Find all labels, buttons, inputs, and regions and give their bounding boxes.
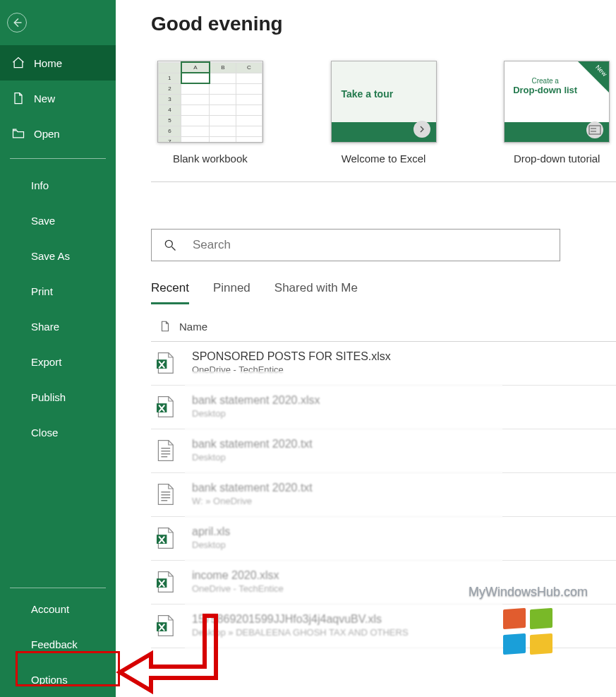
sidebar-item-label: Home — [34, 57, 62, 69]
svg-point-1 — [165, 240, 172, 247]
new-badge: New — [594, 64, 608, 78]
file-new-icon — [11, 91, 25, 105]
menu-item-save[interactable]: Save — [0, 203, 116, 238]
file-name: bank statement 2020.txt — [192, 482, 313, 494]
file-row[interactable]: bank statement 2020.xlsx Desktop — [151, 386, 616, 429]
menu-label: Print — [31, 285, 53, 297]
svg-rect-0 — [589, 126, 600, 134]
excel-file-icon — [151, 614, 179, 637]
sidebar-top — [0, 0, 116, 45]
file-text: bank statement 2020.txt Desktop — [192, 438, 313, 463]
menu-item-options[interactable]: Options — [0, 662, 116, 697]
menu-item-info[interactable]: Info — [0, 167, 116, 203]
excel-file-icon — [151, 352, 179, 374]
text-file-icon — [151, 483, 179, 506]
menu-item-account[interactable]: Account — [0, 591, 116, 626]
tab-label: Pinned — [213, 281, 250, 294]
menu-item-share[interactable]: Share — [0, 309, 116, 344]
file-text: 1575869201599JJHfo3j4j4aqvuBV.xls Deskto… — [192, 613, 409, 638]
main-content: Good evening ABC 1 2 3 4 5 6 7 Blank wor… — [116, 0, 616, 697]
menu-label: Account — [31, 603, 69, 615]
tab-shared[interactable]: Shared with Me — [274, 281, 358, 304]
menu-label: Info — [31, 179, 49, 191]
menu-item-export[interactable]: Export — [0, 344, 116, 379]
file-row[interactable]: bank statement 2020.txt W: » OneDrive — [151, 473, 616, 517]
file-text: bank statement 2020.txt W: » OneDrive — [192, 482, 313, 506]
file-row[interactable]: income 2020.xlsx OneDrive - TechEntice — [151, 561, 616, 604]
file-location: Desktop — [192, 408, 320, 419]
menu-label: Publish — [31, 391, 66, 403]
back-arrow-icon — [11, 16, 23, 29]
menu-item-save-as[interactable]: Save As — [0, 238, 116, 273]
tab-label: Shared with Me — [274, 281, 358, 294]
home-icon — [11, 56, 25, 70]
file-location: OneDrive - TechEntice — [192, 583, 284, 594]
tab-recent[interactable]: Recent — [151, 281, 189, 304]
file-text: income 2020.xlsx OneDrive - TechEntice — [192, 569, 284, 594]
file-header-icon — [151, 318, 179, 334]
search-box[interactable] — [151, 229, 560, 261]
recent-files-list: SPONSORED POSTS FOR SITES.xlsx OneDrive … — [151, 342, 616, 648]
template-welcome-to-excel[interactable]: Take a tour Welcome to Excel — [325, 61, 443, 165]
file-location: W: » OneDrive — [192, 496, 313, 506]
divider — [151, 181, 616, 182]
file-text: april.xls Desktop — [192, 525, 230, 550]
file-menu: Info Save Save As Print Share Export Pub… — [0, 162, 116, 450]
primary-nav: Home New Open — [0, 45, 116, 151]
menu-label: Share — [31, 321, 59, 333]
sidebar-item-home[interactable]: Home — [0, 45, 116, 81]
page-title: Good evening — [151, 13, 616, 35]
dd-pretitle: Create a — [531, 77, 558, 85]
file-name: SPONSORED POSTS FOR SITES.xlsx — [192, 350, 391, 363]
template-dropdown-tutorial[interactable]: New Create aDrop-down list Drop-down tut… — [497, 61, 616, 165]
template-blank-workbook[interactable]: ABC 1 2 3 4 5 6 7 Blank workbook — [151, 61, 270, 165]
file-location: Desktop » DEBALEENA GHOSH TAX AND OTHERS — [192, 627, 409, 638]
sidebar-divider — [10, 158, 106, 159]
text-file-icon — [151, 439, 179, 462]
template-thumb: New Create aDrop-down list — [504, 61, 610, 143]
file-text: bank statement 2020.xlsx Desktop — [192, 394, 320, 419]
menu-item-feedback[interactable]: Feedback — [0, 626, 116, 662]
menu-label: Feedback — [31, 638, 78, 650]
dd-title: Drop-down list — [513, 85, 577, 95]
backstage-sidebar: Home New Open Info Save Save As Print Sh… — [0, 0, 116, 697]
template-label: Blank workbook — [151, 153, 270, 165]
file-row[interactable]: SPONSORED POSTS FOR SITES.xlsx OneDrive … — [151, 342, 616, 386]
tour-text: Take a tour — [342, 88, 394, 100]
folder-open-icon — [11, 126, 25, 141]
menu-item-print[interactable]: Print — [0, 273, 116, 309]
search-input[interactable] — [193, 238, 548, 252]
template-label: Welcome to Excel — [325, 153, 443, 165]
excel-file-icon — [151, 527, 179, 549]
sidebar-bottom: Account Feedback Options — [0, 573, 116, 697]
excel-file-icon — [151, 571, 179, 593]
file-tabs: Recent Pinned Shared with Me — [151, 281, 616, 304]
list-header-name: Name — [179, 321, 207, 333]
file-row[interactable]: bank statement 2020.txt Desktop — [151, 429, 616, 473]
menu-item-close[interactable]: Close — [0, 415, 116, 450]
menu-label: Close — [31, 427, 58, 439]
template-thumb: Take a tour — [331, 61, 437, 143]
menu-label: Save — [31, 215, 55, 227]
tab-pinned[interactable]: Pinned — [213, 281, 250, 304]
file-text: SPONSORED POSTS FOR SITES.xlsx OneDrive … — [192, 350, 391, 375]
sidebar-item-open[interactable]: Open — [0, 116, 116, 151]
go-icon — [413, 121, 430, 138]
file-row[interactable]: april.xls Desktop — [151, 517, 616, 561]
menu-label: Options — [31, 674, 68, 686]
file-location: Desktop — [192, 540, 230, 550]
search-icon — [163, 238, 177, 252]
file-location: OneDrive - TechEntice — [192, 364, 391, 375]
dropdown-icon — [586, 121, 603, 138]
menu-item-publish[interactable]: Publish — [0, 379, 116, 415]
file-row[interactable]: 1575869201599JJHfo3j4j4aqvuBV.xls Deskto… — [151, 604, 616, 648]
file-name: 1575869201599JJHfo3j4j4aqvuBV.xls — [192, 613, 409, 626]
file-location: Desktop — [192, 452, 313, 463]
templates-row: ABC 1 2 3 4 5 6 7 Blank workbook Take a … — [151, 61, 616, 165]
sidebar-item-new[interactable]: New — [0, 81, 116, 116]
template-label: Drop-down tutorial — [497, 153, 616, 165]
file-name: bank statement 2020.txt — [192, 438, 313, 451]
template-thumb: ABC 1 2 3 4 5 6 7 — [157, 61, 263, 143]
back-button[interactable] — [7, 13, 27, 32]
sidebar-item-label: Open — [34, 128, 60, 140]
